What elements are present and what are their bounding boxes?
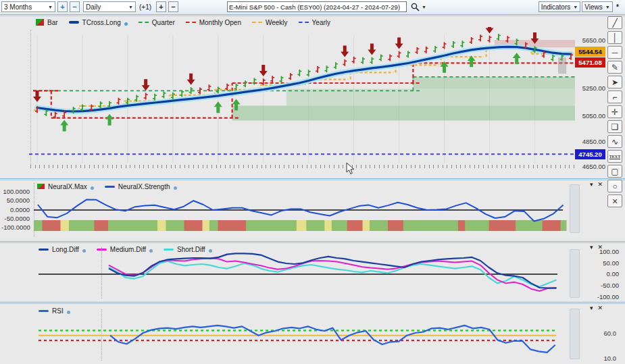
diff-chart-canvas[interactable]	[37, 244, 568, 301]
wave-icon: ∿	[611, 137, 618, 147]
wave-tool-button[interactable]: ∿	[607, 135, 622, 148]
info-dot-icon[interactable]	[124, 22, 128, 26]
price-axis-label: 4650.00	[576, 163, 605, 170]
dash-swatch-icon	[139, 22, 149, 23]
unsaved-indicator: *	[616, 1, 619, 12]
chevron-down-icon: ▼	[128, 5, 133, 9]
legend-item-bar[interactable]: Bar	[36, 19, 58, 26]
legend-item-yearly[interactable]: Yearly	[299, 19, 330, 26]
horizontal-line-tool-button[interactable]: ─	[607, 46, 622, 59]
panel-scrollbar-thumb[interactable]	[570, 184, 580, 233]
rsi-axis-label: 10.0	[589, 355, 616, 362]
panel-scrollbar-thumb[interactable]	[570, 309, 580, 359]
dash-swatch-icon	[299, 22, 309, 23]
bar-offset-label: (+1)	[139, 1, 151, 12]
range-zoom-in-button[interactable]: +	[57, 1, 68, 12]
interval-select-value: Daily	[86, 3, 101, 11]
diff-axis-label: -100.00	[586, 293, 619, 301]
ellipse-tool-button[interactable]: ○	[607, 180, 622, 192]
rsi-panel: RSI 60.0 10.0 ▾ ✕	[0, 302, 625, 364]
crosshair-icon: ✛	[611, 107, 618, 117]
angle-tool-button[interactable]: ⌐	[607, 90, 622, 103]
range-select-value: 3 Months	[4, 3, 32, 11]
flag-icon: ➤	[611, 78, 618, 87]
top-toolbar: 3 Months ▼ + − Daily ▼ (+1) + − E-Mini S…	[0, 0, 625, 15]
neural-axis-label: 50.0000	[1, 197, 30, 204]
price-panel: Bar TCross.Long Quarter Monthly Open Wee…	[0, 14, 625, 178]
indicators-button[interactable]: Indicators ▼	[539, 1, 580, 12]
text-tool-button[interactable]: TEXT	[607, 150, 622, 163]
neuralx-panel: NeuralX.Max NeuralX.Strength 100.0000 50…	[0, 178, 625, 241]
flag-tool-button[interactable]: ➤	[607, 76, 622, 88]
neural-axis-label: -50.0000	[1, 215, 30, 222]
line-swatch-icon	[69, 21, 79, 24]
crosshair-tool-button[interactable]: ✛	[607, 105, 622, 118]
symbol-title-input[interactable]: E-Mini S&P 500 - Cash (ESY00) (2024-04-2…	[227, 1, 407, 12]
neural-axis-label: 0.0000	[1, 206, 30, 213]
price-tag-yearly: 4745.20	[575, 149, 605, 159]
price-tag-monthly: 5471.08	[575, 57, 605, 68]
rectangle-icon: ▢	[611, 167, 618, 176]
search-button[interactable]: ▼	[411, 1, 426, 12]
horizontal-line-icon: ─	[612, 48, 618, 57]
rsi-chart-canvas[interactable]	[37, 303, 568, 361]
legend-item-weekly[interactable]: Weekly	[252, 19, 288, 26]
panel-controls: ▾ ✕	[590, 244, 603, 251]
chevron-down-icon: ▼	[573, 5, 578, 9]
price-axis-label: 5650.00	[576, 36, 605, 44]
panel-controls: ▾ ✕	[590, 181, 603, 188]
panel-scrollbar-thumb[interactable]	[570, 249, 580, 298]
dash-swatch-icon	[186, 22, 196, 23]
legend-item-tcross-long[interactable]: TCross.Long	[69, 19, 128, 26]
callout-icon: ❏	[611, 122, 619, 132]
pencil-icon: ✎	[611, 63, 618, 72]
panel-controls: ▾ ✕	[590, 305, 603, 311]
chevron-down-icon: ▼	[48, 5, 53, 9]
collapse-panel-icon[interactable]: ▾	[590, 181, 593, 188]
chevron-down-icon: ▼	[422, 5, 426, 9]
diff-panel: Long.Diff Medium.Diff Short.Diff 100.00 …	[0, 241, 625, 302]
date-tick-row	[30, 165, 575, 168]
rectangle-tool-button[interactable]: ▢	[607, 165, 622, 178]
trendline-tool-button[interactable]: ╱	[607, 16, 622, 29]
neural-axis-label: 100.0000	[1, 188, 30, 195]
price-axis-label: 5050.00	[576, 112, 605, 120]
search-icon	[411, 3, 420, 11]
mouse-cursor	[346, 162, 355, 175]
drawing-toolbar: ╱ │ ─ ✎ ➤ ⌐ ✛ ❏ ∿ TEXT ▢ ○ ×	[606, 15, 625, 204]
price-axis-label: 4850.00	[576, 138, 605, 145]
diff-axis-label: 50.00	[586, 259, 619, 267]
close-icon: ×	[612, 196, 618, 207]
close-panel-icon[interactable]: ✕	[598, 305, 603, 311]
diff-axis-label: 0.00	[586, 270, 619, 278]
collapse-panel-icon[interactable]: ▾	[590, 305, 593, 311]
trendline-icon: ╱	[612, 18, 617, 28]
callout-tool-button[interactable]: ❏	[607, 120, 622, 133]
price-axis-label: 5250.00	[576, 84, 605, 92]
close-tool-button[interactable]: ×	[607, 194, 622, 207]
close-panel-icon[interactable]: ✕	[598, 181, 603, 188]
ellipse-icon: ○	[612, 182, 617, 191]
price-chart-canvas[interactable]	[29, 27, 575, 166]
angle-icon: ⌐	[612, 93, 617, 102]
bar-add-button[interactable]: +	[156, 1, 166, 12]
neural-axis-label: -100.0000	[1, 224, 30, 231]
vertical-line-tool-button[interactable]: │	[607, 31, 622, 44]
neuralx-chart-canvas[interactable]	[34, 180, 568, 240]
chevron-down-icon: ▼	[605, 5, 610, 9]
legend-item-monthly-open[interactable]: Monthly Open	[186, 19, 241, 26]
price-legend: Bar TCross.Long Quarter Monthly Open Wee…	[36, 18, 330, 27]
range-select[interactable]: 3 Months ▼	[1, 1, 55, 12]
range-zoom-out-button[interactable]: −	[70, 1, 80, 12]
legend-item-quarter[interactable]: Quarter	[139, 19, 175, 26]
text-icon: TEXT	[609, 155, 620, 159]
views-button[interactable]: Views ▼	[582, 1, 613, 12]
close-panel-icon[interactable]: ✕	[598, 244, 603, 251]
diff-axis-label: -50.00	[586, 282, 619, 289]
interval-select[interactable]: Daily ▼	[83, 1, 136, 12]
price-tag-weekly: 5544.54	[575, 47, 605, 57]
pencil-tool-button[interactable]: ✎	[607, 61, 622, 74]
dash-swatch-icon	[252, 22, 262, 23]
collapse-panel-icon[interactable]: ▾	[590, 244, 593, 251]
bar-remove-button[interactable]: −	[168, 1, 178, 12]
